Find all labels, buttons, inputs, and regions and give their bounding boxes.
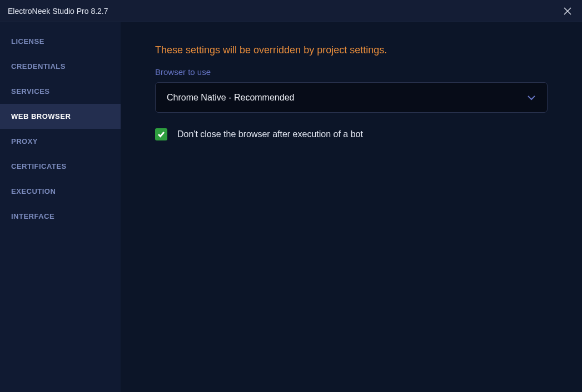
checkbox-row: Don't close the browser after execution … bbox=[155, 128, 548, 140]
close-icon bbox=[564, 7, 571, 15]
chevron-down-icon bbox=[527, 93, 536, 103]
check-icon bbox=[157, 131, 165, 138]
sidebar-item-label: PROXY bbox=[11, 137, 38, 145]
sidebar-item-execution[interactable]: EXECUTION bbox=[0, 179, 121, 204]
browser-select[interactable]: Chrome Native - Recommended bbox=[155, 82, 548, 113]
titlebar: ElectroNeek Studio Pro 8.2.7 bbox=[0, 0, 582, 22]
window-title: ElectroNeek Studio Pro 8.2.7 bbox=[8, 7, 108, 16]
main-content: These settings will be overridden by pro… bbox=[121, 22, 582, 392]
sidebar-item-web-browser[interactable]: WEB BROWSER bbox=[0, 104, 121, 129]
sidebar-item-label: INTERFACE bbox=[11, 212, 54, 220]
sidebar-item-label: CREDENTIALS bbox=[11, 62, 66, 71]
sidebar-item-credentials[interactable]: CREDENTIALS bbox=[0, 54, 121, 79]
dont-close-browser-checkbox[interactable] bbox=[155, 128, 167, 140]
sidebar-item-proxy[interactable]: PROXY bbox=[0, 129, 121, 154]
sidebar-item-label: LICENSE bbox=[11, 37, 44, 46]
sidebar: LICENSE CREDENTIALS SERVICES WEB BROWSER… bbox=[0, 22, 121, 392]
sidebar-item-label: SERVICES bbox=[11, 87, 50, 96]
sidebar-item-services[interactable]: SERVICES bbox=[0, 79, 121, 104]
sidebar-item-label: EXECUTION bbox=[11, 187, 56, 195]
sidebar-item-certificates[interactable]: CERTIFICATES bbox=[0, 154, 121, 179]
close-button[interactable] bbox=[561, 4, 574, 18]
sidebar-item-label: CERTIFICATES bbox=[11, 162, 67, 170]
dont-close-browser-label: Don't close the browser after execution … bbox=[177, 129, 363, 139]
body-container: LICENSE CREDENTIALS SERVICES WEB BROWSER… bbox=[0, 22, 582, 392]
override-warning: These settings will be overridden by pro… bbox=[155, 44, 548, 56]
browser-field-label: Browser to use bbox=[155, 67, 548, 77]
sidebar-item-license[interactable]: LICENSE bbox=[0, 29, 121, 54]
sidebar-item-interface[interactable]: INTERFACE bbox=[0, 204, 121, 229]
browser-select-value: Chrome Native - Recommended bbox=[167, 93, 294, 103]
sidebar-item-label: WEB BROWSER bbox=[11, 112, 71, 120]
